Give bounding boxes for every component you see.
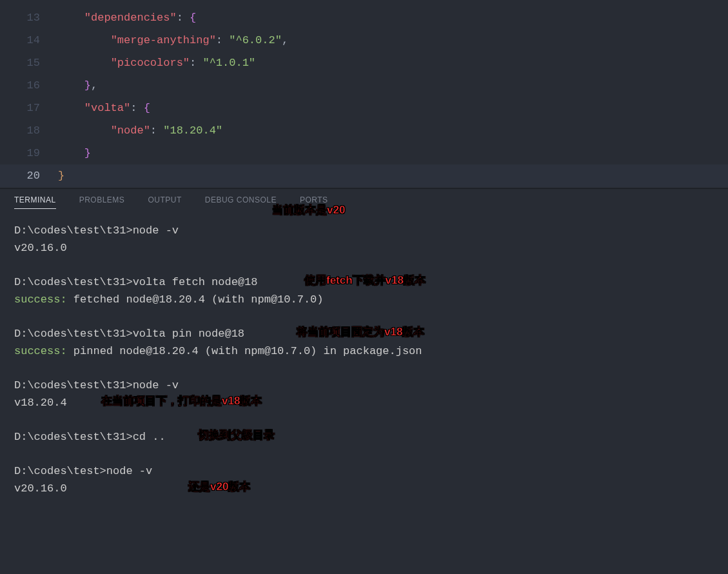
- code-line[interactable]: 18 "node": "18.20.4": [0, 119, 728, 142]
- panel-tab-problems[interactable]: PROBLEMS: [79, 195, 125, 209]
- code-line[interactable]: 19 }: [0, 142, 728, 164]
- panel-tab-terminal[interactable]: TERMINAL: [14, 195, 56, 209]
- code-line[interactable]: 13 "dependencies": {: [0, 6, 728, 29]
- panel-tab-output[interactable]: OUTPUT: [148, 195, 181, 209]
- line-number: 13: [0, 6, 58, 29]
- line-number: 20: [0, 164, 58, 187]
- terminal-block: D:\codes\test\t31>node -vv18.20.4在当前项目下，…: [14, 377, 714, 411]
- line-number: 17: [0, 97, 58, 119]
- terminal-panel[interactable]: D:\codes\test\t31>node -vv20.16.0当前版本是v2…: [0, 209, 728, 497]
- terminal-line: v20.16.0: [14, 480, 714, 497]
- terminal-line: D:\codes\test\t31>node -v: [14, 377, 714, 394]
- panel-tabs: TERMINALPROBLEMSOUTPUTDEBUG CONSOLEPORTS: [0, 188, 728, 209]
- terminal-block: D:\codes\test\t31>volta fetch node@18suc…: [14, 273, 714, 308]
- code-content: }: [58, 164, 64, 187]
- line-number: 19: [0, 142, 58, 164]
- line-number: 16: [0, 74, 58, 97]
- line-number: 18: [0, 119, 58, 142]
- terminal-block: D:\codes\test\t31>cd ..切换到父级目录: [14, 428, 714, 446]
- code-editor[interactable]: 13 "dependencies": {14 "merge-anything":…: [0, 0, 728, 187]
- code-content: "merge-anything": "^6.0.2",: [58, 29, 288, 52]
- terminal-line: D:\codes\test\t31>cd ..: [14, 428, 714, 446]
- terminal-line: success: pinned node@18.20.4 (with npm@1…: [14, 342, 714, 360]
- terminal-line: D:\codes\test\t31>volta pin node@18: [14, 325, 714, 342]
- code-line[interactable]: 14 "merge-anything": "^6.0.2",: [0, 29, 728, 52]
- terminal-line: v20.16.0: [14, 239, 714, 257]
- terminal-block: D:\codes\test>node -vv20.16.0还是v20版本: [14, 462, 714, 497]
- terminal-line: success: fetched node@18.20.4 (with npm@…: [14, 291, 714, 308]
- code-content: },: [58, 74, 97, 97]
- code-line[interactable]: 16 },: [0, 74, 728, 97]
- line-number: 15: [0, 52, 58, 74]
- terminal-block: D:\codes\test\t31>volta pin node@18succe…: [14, 325, 714, 360]
- code-line[interactable]: 17 "volta": {: [0, 97, 728, 119]
- terminal-line: D:\codes\test\t31>node -v: [14, 222, 714, 239]
- code-line[interactable]: 20}: [0, 164, 728, 187]
- terminal-line: v18.20.4: [14, 394, 714, 411]
- panel-tab-ports[interactable]: PORTS: [300, 195, 328, 209]
- terminal-line: D:\codes\test>node -v: [14, 462, 714, 480]
- code-line[interactable]: 15 "picocolors": "^1.0.1": [0, 52, 728, 74]
- code-content: "dependencies": {: [58, 6, 196, 29]
- code-content: "picocolors": "^1.0.1": [58, 52, 255, 74]
- terminal-block: D:\codes\test\t31>node -vv20.16.0当前版本是v2…: [14, 222, 714, 257]
- code-content: }: [58, 142, 91, 164]
- code-content: "volta": {: [58, 97, 150, 119]
- panel-tab-debug-console[interactable]: DEBUG CONSOLE: [205, 195, 277, 209]
- terminal-line: D:\codes\test\t31>volta fetch node@18: [14, 273, 714, 291]
- code-content: "node": "18.20.4": [58, 119, 222, 142]
- line-number: 14: [0, 29, 58, 52]
